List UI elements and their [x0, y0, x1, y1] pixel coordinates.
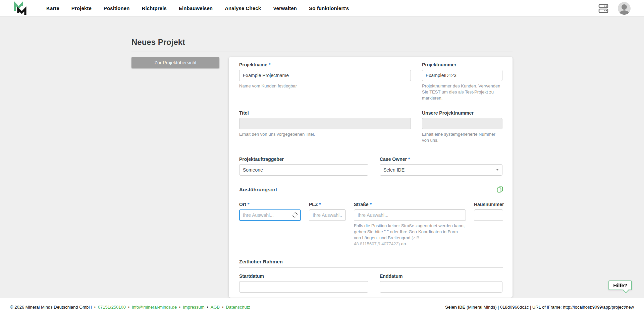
footer-link-impressum[interactable]: Impressum: [183, 305, 204, 310]
ort-label: Ort: [239, 201, 301, 207]
nav-item-positionen[interactable]: Positionen: [104, 5, 130, 11]
projektname-label: Projektname: [239, 62, 411, 68]
footer-link-email[interactable]: info@mineral-minds.de: [132, 305, 177, 310]
projektnummer-help: Projektnummer des Kunden. Verwenden Sie …: [422, 83, 502, 101]
nav-item-verwalten[interactable]: Verwalten: [273, 5, 297, 11]
strasse-help: Falls die Position keiner Straße zugeord…: [354, 223, 466, 247]
footer-user-name: Selen IDE: [445, 305, 465, 310]
title-divider: [131, 52, 513, 52]
startdatum-input[interactable]: [239, 281, 368, 293]
footer-separator: [177, 305, 183, 310]
loading-spinner-icon: [292, 212, 298, 217]
mineral-minds-logo[interactable]: [13, 1, 28, 16]
zeitlicher-rahmen-heading: Zeitlicher Rahmen: [239, 259, 283, 264]
project-overview-button[interactable]: Zur Projektübersicht: [131, 57, 219, 68]
main-menu: Karte Projekte Positionen Richtpreis Ein…: [46, 5, 349, 11]
plz-label: PLZ: [309, 201, 346, 207]
footer-separator: [92, 305, 98, 310]
footer-company-info: © 2026 Mineral Minds Deutschland GmbH 07…: [10, 305, 250, 310]
projektnummer-input[interactable]: [422, 70, 502, 81]
field-case-owner: Case Owner Selen IDE: [380, 156, 502, 176]
ort-input[interactable]: [239, 209, 301, 221]
logo-icon: [13, 1, 28, 16]
new-project-form-card: Projektname Name vom Kunden festlegbar P…: [229, 57, 513, 298]
hausnummer-input[interactable]: [474, 209, 503, 221]
projektauftraggeber-input[interactable]: [239, 164, 368, 176]
field-startdatum: Startdatum: [239, 273, 368, 293]
footer-separator: [220, 305, 226, 310]
footer-separator: [126, 305, 132, 310]
left-column: Zur Projektübersicht: [131, 57, 219, 298]
enddatum-input[interactable]: [380, 281, 502, 293]
footer-link-phone[interactable]: 07151/250100: [98, 305, 126, 310]
field-enddatum: Enddatum: [380, 273, 502, 293]
footer-copyright: © 2026 Mineral Minds Deutschland GmbH: [10, 305, 92, 310]
field-hausnummer: Hausnummer: [474, 201, 503, 247]
field-ort: Ort: [239, 201, 301, 247]
field-unsere-projektnummer: Unsere Projektnummer Erhält eine systemg…: [422, 110, 502, 143]
footer-session-details: (Mineral Minds) | 018d0966dc1c | URL of …: [465, 305, 634, 310]
user-avatar-icon[interactable]: [618, 2, 631, 15]
field-titel: Titel Erhält den von uns vorgegebenen Ti…: [239, 110, 411, 143]
hausnummer-label: Hausnummer: [474, 201, 503, 207]
strasse-label: Straße: [354, 201, 466, 207]
chevron-down-icon: [496, 169, 499, 171]
plz-input[interactable]: [309, 209, 346, 221]
footer-separator: [205, 305, 211, 310]
page-title: Neues Projekt: [131, 38, 513, 47]
help-button[interactable]: Hilfe?: [608, 280, 632, 290]
startdatum-label: Startdatum: [239, 273, 368, 279]
projektnummer-label: Projektnummer: [422, 62, 502, 68]
titel-help: Erhält den von uns vorgegebenen Titel.: [239, 131, 411, 137]
ausfuehrungsort-heading: Ausführungsort: [239, 187, 277, 192]
nav-item-richtpreis[interactable]: Richtpreis: [142, 5, 167, 11]
avatar-head: [622, 4, 627, 10]
copy-icon[interactable]: [497, 186, 503, 193]
field-projektnummer: Projektnummer Projektnummer des Kunden. …: [422, 62, 502, 101]
case-owner-select[interactable]: Selen IDE: [380, 164, 502, 176]
top-navigation-bar: Karte Projekte Positionen Richtpreis Ein…: [0, 0, 644, 17]
titel-input: [239, 118, 411, 129]
nav-item-so-funktionierts[interactable]: So funktioniert's: [309, 5, 349, 11]
projektauftraggeber-label: Projektauftraggeber: [239, 156, 368, 162]
header-actions: [598, 2, 631, 15]
main-content: Neues Projekt Zur Projektübersicht Proje…: [0, 17, 644, 298]
unsere-projektnummer-label: Unsere Projektnummer: [422, 110, 502, 116]
titel-label: Titel: [239, 110, 411, 116]
enddatum-label: Enddatum: [380, 273, 502, 279]
avatar-shoulders: [620, 10, 629, 15]
section-zeitlicher-rahmen: Zeitlicher Rahmen: [239, 259, 503, 268]
case-owner-label: Case Owner: [380, 156, 502, 162]
nav-item-einbauweisen[interactable]: Einbauweisen: [179, 5, 213, 11]
field-strasse: Straße Falls die Position keiner Straße …: [354, 201, 466, 247]
server-rack-icon[interactable]: [598, 3, 609, 13]
section-ausfuehrungsort: Ausführungsort: [239, 186, 503, 196]
unsere-projektnummer-input: [422, 118, 502, 129]
strasse-input[interactable]: [354, 209, 466, 221]
field-projektauftraggeber: Projektauftraggeber: [239, 156, 368, 176]
projektname-help: Name vom Kunden festlegbar: [239, 83, 411, 89]
unsere-projektnummer-help: Erhält eine systemgenerierte Nummer von …: [422, 131, 502, 143]
nav-item-analyse-check[interactable]: Analyse Check: [225, 5, 261, 11]
case-owner-value: Selen IDE: [383, 167, 405, 173]
footer-link-datenschutz[interactable]: Datenschutz: [226, 305, 250, 310]
projektname-input[interactable]: [239, 70, 411, 81]
nav-item-karte[interactable]: Karte: [46, 5, 59, 11]
field-plz: PLZ: [309, 201, 346, 247]
nav-item-projekte[interactable]: Projekte: [71, 5, 92, 11]
footer-session-info: Selen IDE (Mineral Minds) | 018d0966dc1c…: [445, 305, 634, 310]
footer-link-agb[interactable]: AGB: [211, 305, 220, 310]
footer: © 2026 Mineral Minds Deutschland GmbH 07…: [0, 298, 644, 316]
field-projektname: Projektname Name vom Kunden festlegbar: [239, 62, 411, 101]
